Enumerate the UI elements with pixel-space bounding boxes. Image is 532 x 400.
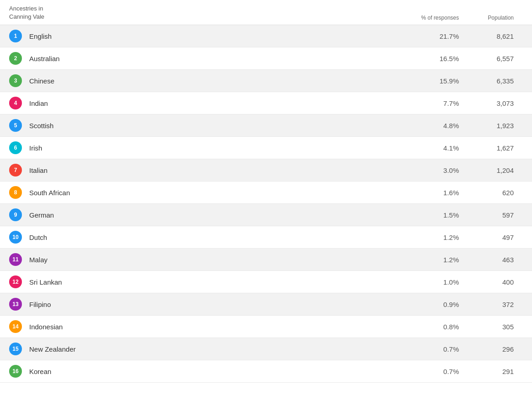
col-population: 3,073 — [468, 99, 523, 107]
col-population: 6,335 — [468, 77, 523, 85]
rank-badge: 4 — [9, 97, 22, 109]
header-population: Population — [468, 15, 523, 21]
table-row: 6 Irish 4.1% 1,627 — [0, 137, 532, 159]
col-population: 296 — [468, 345, 523, 353]
rank-badge: 15 — [9, 343, 22, 355]
ancestry-name: South African — [29, 189, 395, 197]
col-responses: 1.6% — [395, 189, 468, 197]
rank-badge: 12 — [9, 275, 22, 288]
ancestry-name: Australian — [29, 55, 395, 62]
rank-badge: 8 — [9, 186, 22, 199]
table-row: 16 Korean 0.7% 291 — [0, 360, 532, 383]
col-population: 597 — [468, 211, 523, 219]
col-population: 1,923 — [468, 122, 523, 130]
table-row: 12 Sri Lankan 1.0% 400 — [0, 271, 532, 293]
col-population: 620 — [468, 189, 523, 197]
col-responses: 0.7% — [395, 345, 468, 353]
rank-badge: 10 — [9, 231, 22, 244]
col-responses: 21.7% — [395, 32, 468, 40]
table-row: 14 Indonesian 0.8% 305 — [0, 316, 532, 338]
ancestry-name: English — [29, 32, 395, 40]
col-responses: 0.8% — [395, 323, 468, 331]
table-title: Ancestries in Canning Vale — [9, 5, 395, 21]
col-population: 6,557 — [468, 55, 523, 62]
col-responses: 4.8% — [395, 122, 468, 130]
ancestry-name: Irish — [29, 144, 395, 152]
table-row: 5 Scottish 4.8% 1,923 — [0, 114, 532, 137]
col-responses: 1.5% — [395, 211, 468, 219]
ancestry-name: Sri Lankan — [29, 278, 395, 286]
ancestry-name: Indonesian — [29, 323, 395, 331]
table-row: 15 New Zealander 0.7% 296 — [0, 338, 532, 360]
col-responses: 0.7% — [395, 368, 468, 375]
col-population: 1,204 — [468, 166, 523, 174]
table-row: 8 South African 1.6% 620 — [0, 182, 532, 204]
header-responses: % of responses — [395, 15, 468, 21]
rank-badge: 6 — [9, 141, 22, 154]
table-row: 13 Filipino 0.9% 372 — [0, 293, 532, 316]
table-body: 1 English 21.7% 8,621 2 Australian 16.5%… — [0, 25, 532, 383]
col-responses: 4.1% — [395, 144, 468, 152]
ancestry-name: Italian — [29, 166, 395, 174]
col-responses: 3.0% — [395, 166, 468, 174]
rank-badge: 13 — [9, 298, 22, 311]
col-responses: 16.5% — [395, 55, 468, 62]
ancestry-name: Filipino — [29, 301, 395, 308]
rank-badge: 5 — [9, 119, 22, 132]
ancestry-name: Indian — [29, 99, 395, 107]
col-responses: 7.7% — [395, 99, 468, 107]
col-population: 8,621 — [468, 32, 523, 40]
col-population: 1,627 — [468, 144, 523, 152]
ancestry-name: Malay — [29, 256, 395, 264]
ancestry-name: Korean — [29, 368, 395, 375]
rank-badge: 7 — [9, 164, 22, 177]
col-responses: 1.0% — [395, 278, 468, 286]
col-responses: 15.9% — [395, 77, 468, 85]
ancestry-name: Chinese — [29, 77, 395, 85]
col-responses: 1.2% — [395, 234, 468, 241]
rank-badge: 1 — [9, 30, 22, 42]
ancestry-name: German — [29, 211, 395, 219]
col-population: 497 — [468, 234, 523, 241]
col-population: 400 — [468, 278, 523, 286]
table-row: 4 Indian 7.7% 3,073 — [0, 92, 532, 114]
rank-badge: 11 — [9, 253, 22, 266]
rank-badge: 16 — [9, 365, 22, 378]
rank-badge: 9 — [9, 208, 22, 221]
table-row: 11 Malay 1.2% 463 — [0, 249, 532, 271]
table-header: Ancestries in Canning Vale % of response… — [0, 0, 532, 25]
rank-badge: 2 — [9, 52, 22, 65]
main-container: Ancestries in Canning Vale % of response… — [0, 0, 532, 400]
table-row: 7 Italian 3.0% 1,204 — [0, 159, 532, 182]
table-row: 3 Chinese 15.9% 6,335 — [0, 70, 532, 92]
table-row: 10 Dutch 1.2% 497 — [0, 226, 532, 249]
ancestry-name: Scottish — [29, 122, 395, 130]
table-row: 2 Australian 16.5% 6,557 — [0, 47, 532, 70]
col-population: 463 — [468, 256, 523, 264]
col-responses: 0.9% — [395, 301, 468, 308]
col-responses: 1.2% — [395, 256, 468, 264]
rank-badge: 14 — [9, 320, 22, 333]
rank-badge: 3 — [9, 74, 22, 87]
ancestry-name: Dutch — [29, 234, 395, 241]
col-population: 372 — [468, 301, 523, 308]
table-row: 1 English 21.7% 8,621 — [0, 25, 532, 47]
col-population: 291 — [468, 368, 523, 375]
table-row: 9 German 1.5% 597 — [0, 204, 532, 226]
ancestry-name: New Zealander — [29, 345, 395, 353]
col-population: 305 — [468, 323, 523, 331]
